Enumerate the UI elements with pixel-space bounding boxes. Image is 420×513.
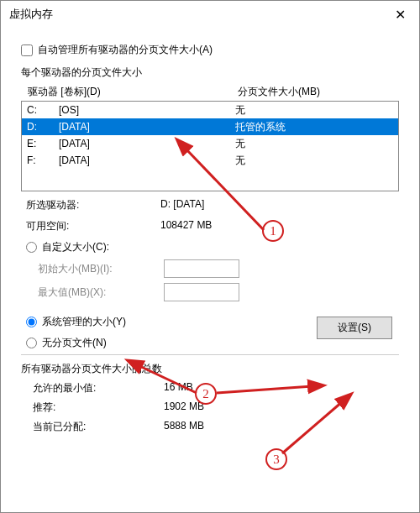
- header-drive: 驱动器 [卷标](D): [28, 85, 238, 99]
- drive-row-f[interactable]: F: [DATA] 无: [22, 152, 398, 169]
- marker-1: 1: [262, 220, 284, 242]
- cur-label: 当前已分配:: [33, 420, 164, 434]
- no-paging-label: 无分页文件(N): [42, 336, 107, 350]
- drive-letter: C:: [25, 102, 59, 118]
- min-label: 允许的最小值:: [33, 381, 164, 395]
- selected-drive-row: 所选驱动器: D: [DATA]: [26, 198, 399, 212]
- totals-label: 所有驱动器分页文件大小的总数: [21, 362, 406, 376]
- custom-size-radio[interactable]: [26, 242, 37, 253]
- rec-row: 推荐: 1902 MB: [33, 400, 399, 415]
- marker-2: 2: [195, 383, 217, 405]
- close-icon: ✕: [395, 7, 406, 23]
- custom-size-radio-row[interactable]: 自定义大小(C):: [26, 240, 399, 254]
- header-size: 分页文件大小(MB): [238, 85, 406, 99]
- virtual-memory-window: 虚拟内存 ✕ 自动管理所有驱动器的分页文件大小(A) 每个驱动器的分页文件大小 …: [0, 0, 420, 513]
- initial-size-label: 初始大小(MB)(I):: [38, 262, 164, 276]
- max-size-label: 最大值(MB)(X):: [38, 285, 164, 300]
- drive-label: [OS]: [59, 102, 235, 118]
- drive-row-e[interactable]: E: [DATA] 无: [22, 135, 398, 152]
- drive-letter: D:: [25, 119, 59, 134]
- separator: [21, 354, 399, 355]
- set-button[interactable]: 设置(S): [317, 317, 392, 339]
- selected-drive-label: 所选驱动器:: [26, 198, 160, 212]
- max-size-row: 最大值(MB)(X):: [38, 283, 399, 301]
- initial-size-row: 初始大小(MB)(I):: [38, 259, 399, 278]
- system-managed-label: 系统管理的大小(Y): [42, 315, 126, 329]
- drive-list[interactable]: C: [OS] 无 D: [DATA] 托管的系统 E: [DATA] 无 F:…: [21, 101, 399, 191]
- drive-label: [DATA]: [59, 119, 235, 134]
- auto-manage-checkbox[interactable]: [21, 44, 33, 56]
- auto-manage-checkbox-row[interactable]: 自动管理所有驱动器的分页文件大小(A): [21, 43, 406, 57]
- drive-size: 无: [235, 153, 395, 168]
- cur-value: 5888 MB: [164, 420, 399, 434]
- drive-size: 无: [235, 102, 395, 118]
- system-managed-radio[interactable]: [26, 317, 37, 327]
- drive-label: [DATA]: [59, 136, 235, 151]
- initial-size-input[interactable]: [164, 259, 239, 278]
- drive-size: 托管的系统: [235, 119, 395, 134]
- drive-size: 无: [235, 136, 395, 151]
- free-space-label: 可用空间:: [26, 219, 160, 233]
- marker-3: 3: [265, 448, 287, 470]
- drive-letter: E:: [25, 136, 59, 151]
- drive-row-d[interactable]: D: [DATA] 托管的系统: [22, 118, 398, 135]
- close-button[interactable]: ✕: [381, 1, 419, 28]
- rec-label: 推荐:: [33, 400, 164, 415]
- drive-row-c[interactable]: C: [OS] 无: [22, 102, 398, 118]
- max-size-input[interactable]: [164, 283, 239, 301]
- cur-row: 当前已分配: 5888 MB: [33, 420, 399, 434]
- free-space-row: 可用空间: 108427 MB: [26, 219, 399, 233]
- window-title: 虚拟内存: [9, 7, 53, 22]
- per-drive-label: 每个驱动器的分页文件大小: [21, 65, 406, 80]
- content-area: 自动管理所有驱动器的分页文件大小(A) 每个驱动器的分页文件大小 驱动器 [卷标…: [1, 28, 419, 434]
- titlebar[interactable]: 虚拟内存 ✕: [1, 1, 419, 28]
- custom-size-label: 自定义大小(C):: [42, 240, 109, 254]
- drive-label: [DATA]: [59, 153, 235, 168]
- selected-drive-value: D: [DATA]: [160, 198, 399, 212]
- no-paging-radio[interactable]: [26, 338, 37, 348]
- drive-list-headers: 驱动器 [卷标](D) 分页文件大小(MB): [28, 85, 406, 99]
- auto-manage-label: 自动管理所有驱动器的分页文件大小(A): [38, 43, 213, 57]
- drive-letter: F:: [25, 153, 59, 168]
